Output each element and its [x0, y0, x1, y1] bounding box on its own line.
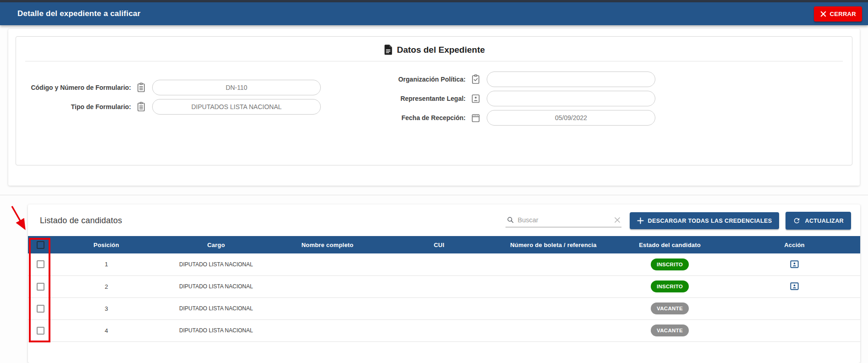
page-divider	[0, 195, 868, 195]
tipo-formulario-input[interactable]	[152, 99, 321, 115]
plus-icon	[637, 217, 644, 224]
fecha-recepcion-input[interactable]	[487, 110, 655, 126]
cell-nombre-completo	[273, 275, 382, 297]
table-row: 1 DIPUTADO LISTA NACIONAL INSCRITO	[28, 253, 860, 275]
field-label: Tipo de Formulario:	[25, 103, 131, 110]
column-header-nombre: Nombre completo	[273, 236, 382, 253]
cell-cui	[382, 275, 496, 297]
cell-cui	[382, 319, 496, 341]
cell-posicion: 1	[53, 253, 159, 275]
column-header-cargo: Cargo	[159, 236, 273, 253]
status-badge: INSCRITO	[651, 258, 689, 270]
credential-action-button[interactable]	[788, 258, 801, 270]
status-badge: INSCRITO	[651, 280, 689, 292]
clear-search-icon[interactable]	[614, 217, 621, 223]
field-label: Código y Número de Formulario:	[25, 84, 131, 91]
column-header-accion: Acción	[729, 236, 860, 253]
section-title: Datos del Expediente	[397, 45, 485, 55]
candidates-card: Listado de candidatos DESCARGAR TODAS LA…	[28, 204, 860, 363]
clipboard-icon	[136, 101, 147, 112]
table-row: 2 DIPUTADO LISTA NACIONAL INSCRITO	[28, 275, 860, 297]
person-card-icon	[789, 286, 800, 293]
refresh-button[interactable]: ACTUALIZAR	[786, 212, 851, 230]
field-tipo-formulario: Tipo de Formulario:	[25, 99, 321, 115]
document-icon	[383, 44, 393, 55]
cell-nombre-completo	[273, 319, 382, 341]
cell-cargo: DIPUTADO LISTA NACIONAL	[159, 253, 273, 275]
clipboard-check-icon	[470, 74, 481, 85]
candidates-table: Posición Cargo Nombre completo CUI Númer…	[28, 236, 860, 342]
select-all-checkbox[interactable]	[37, 241, 44, 249]
cell-numero-boleta	[496, 297, 611, 319]
cell-nombre-completo	[273, 297, 382, 319]
cell-numero-boleta	[496, 253, 611, 275]
close-button[interactable]: CERRAR	[814, 6, 862, 22]
expediente-card: Datos del Expediente Código y Número de …	[8, 29, 860, 186]
close-button-label: CERRAR	[830, 11, 856, 17]
field-label: Organización Política:	[380, 76, 466, 83]
field-label: Representante Legal:	[380, 95, 466, 102]
representante-legal-input[interactable]	[487, 91, 655, 106]
expediente-panel: Datos del Expediente Código y Número de …	[16, 36, 852, 165]
cell-numero-boleta	[496, 275, 611, 297]
search-input[interactable]	[518, 216, 610, 224]
table-row: 3 DIPUTADO LISTA NACIONAL VACANTE	[28, 297, 860, 319]
field-fecha-recepcion: Fecha de Recepción:	[380, 110, 655, 126]
column-header-posicion: Posición	[53, 236, 159, 253]
cell-posicion: 3	[53, 297, 159, 319]
field-representante-legal: Representante Legal:	[380, 91, 655, 106]
cell-cui	[382, 253, 496, 275]
row-checkbox[interactable]	[37, 327, 44, 335]
field-codigo-numero-formulario: Código y Número de Formulario:	[25, 80, 321, 95]
table-row: 4 DIPUTADO LISTA NACIONAL VACANTE	[28, 319, 860, 341]
organizacion-politica-input[interactable]	[487, 72, 655, 87]
dialog-header: Detalle del expediente a calificar CERRA…	[0, 2, 868, 25]
expediente-fields: Código y Número de Formulario: Tipo de F…	[25, 72, 843, 126]
person-badge-icon	[470, 93, 481, 104]
refresh-icon	[793, 217, 801, 225]
search-box[interactable]	[505, 214, 621, 227]
credential-action-button[interactable]	[788, 280, 801, 292]
row-checkbox[interactable]	[37, 260, 44, 268]
cell-posicion: 2	[53, 275, 159, 297]
field-organizacion-politica: Organización Política:	[380, 72, 655, 87]
title-divider	[25, 61, 843, 61]
status-badge: VACANTE	[651, 302, 689, 314]
column-header-estado: Estado del candidato	[611, 236, 729, 253]
download-credentials-button[interactable]: DESCARGAR TODAS LAS CREDENCIALES	[630, 212, 780, 229]
cell-cargo: DIPUTADO LISTA NACIONAL	[159, 319, 273, 341]
column-header-boleta: Número de boleta / referencia	[496, 236, 611, 253]
person-card-icon	[789, 264, 800, 271]
candidates-table-body: 1 DIPUTADO LISTA NACIONAL INSCRITO 2 DIP…	[28, 253, 860, 341]
calendar-icon	[470, 112, 481, 123]
candidates-toolbar: Listado de candidatos DESCARGAR TODAS LA…	[28, 204, 860, 236]
cell-cargo: DIPUTADO LISTA NACIONAL	[159, 275, 273, 297]
cell-numero-boleta	[496, 319, 611, 341]
download-credentials-label: DESCARGAR TODAS LAS CREDENCIALES	[648, 218, 772, 224]
close-x-icon	[820, 11, 827, 17]
field-label: Fecha de Recepción:	[380, 114, 466, 121]
search-icon	[506, 216, 514, 224]
row-checkbox[interactable]	[37, 283, 44, 291]
status-badge: VACANTE	[651, 324, 689, 336]
table-header-row: Posición Cargo Nombre completo CUI Númer…	[28, 236, 860, 253]
refresh-label: ACTUALIZAR	[805, 218, 844, 224]
cell-posicion: 4	[53, 319, 159, 341]
cell-nombre-completo	[273, 253, 382, 275]
row-checkbox[interactable]	[37, 305, 44, 313]
candidates-title: Listado de candidatos	[40, 216, 122, 226]
column-header-cui: CUI	[382, 236, 496, 253]
codigo-formulario-input[interactable]	[152, 80, 321, 95]
cell-cargo: DIPUTADO LISTA NACIONAL	[159, 297, 273, 319]
annotation-arrow	[9, 204, 30, 234]
clipboard-icon	[136, 82, 147, 93]
cell-cui	[382, 297, 496, 319]
dialog-title: Detalle del expediente a calificar	[17, 9, 141, 18]
